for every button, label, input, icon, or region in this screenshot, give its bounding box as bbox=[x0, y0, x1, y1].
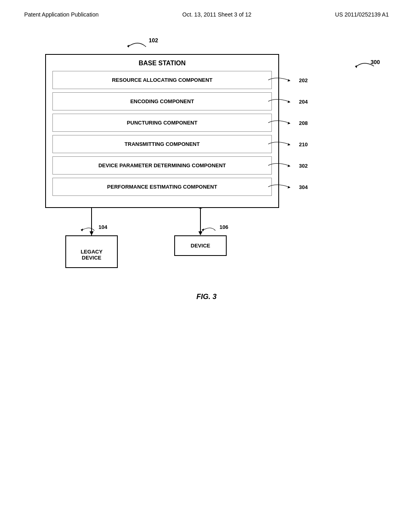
ref-202: 202 bbox=[275, 77, 308, 83]
svg-marker-12 bbox=[198, 208, 202, 209]
ref-304: 304 bbox=[275, 184, 308, 190]
ref-300: 300 bbox=[371, 59, 380, 65]
component-208: PUNCTURING COMPONENT 208 bbox=[52, 114, 272, 132]
base-station-box: BASE STATION RESOURCE ALLOCATING COMPONE… bbox=[45, 54, 279, 208]
components-container: RESOURCE ALLOCATING COMPONENT 202 ENCODI… bbox=[52, 71, 272, 196]
device-container: 106 DEVICE bbox=[174, 235, 227, 256]
ref-208: 208 bbox=[275, 120, 308, 126]
svg-marker-5 bbox=[288, 143, 290, 146]
svg-marker-6 bbox=[288, 165, 290, 167]
header-left: Patent Application Publication bbox=[24, 11, 98, 18]
base-station-section: 102 BASE STATION RESOURCE ALLOCATING COM… bbox=[45, 54, 279, 281]
label-102-group: 102 bbox=[122, 35, 154, 49]
ref-302: 302 bbox=[275, 162, 308, 168]
ref-104: 104 bbox=[98, 224, 107, 230]
ref-210: 210 bbox=[275, 141, 308, 147]
svg-marker-3 bbox=[288, 101, 290, 103]
label-106-group: 106 bbox=[198, 223, 223, 233]
component-210: TRANSMITTING COMPONENT 210 bbox=[52, 135, 272, 153]
device-box: DEVICE bbox=[174, 235, 227, 256]
svg-marker-2 bbox=[288, 79, 290, 82]
label-104-group: 104 bbox=[77, 223, 102, 233]
legacy-device-container: 104 LEGACY DEVICE bbox=[65, 235, 118, 268]
ref-204: 204 bbox=[275, 98, 308, 104]
bottom-section: 104 LEGACY DEVICE 106 DEVICE bbox=[45, 208, 279, 281]
page-header: Patent Application Publication Oct. 13, … bbox=[0, 0, 413, 18]
figure-caption: FIG. 3 bbox=[0, 293, 413, 301]
svg-marker-0 bbox=[355, 65, 357, 68]
label-300-group: 300 bbox=[352, 58, 380, 70]
svg-marker-4 bbox=[288, 122, 290, 125]
base-station-title: BASE STATION bbox=[52, 60, 272, 67]
header-center: Oct. 13, 2011 Sheet 3 of 12 bbox=[182, 11, 251, 18]
svg-marker-7 bbox=[288, 186, 290, 189]
ref-102: 102 bbox=[149, 37, 158, 44]
component-304: PERFORMANCE ESTIMATING COMPONENT 304 bbox=[52, 178, 272, 196]
ref-106: 106 bbox=[219, 224, 228, 230]
diagram-area: 300 102 BASE STATION RESOURCE ALLOCATING… bbox=[25, 54, 388, 281]
component-202: RESOURCE ALLOCATING COMPONENT 202 bbox=[52, 71, 272, 89]
component-204: ENCODING COMPONENT 204 bbox=[52, 92, 272, 110]
header-right: US 2011/0252139 A1 bbox=[335, 11, 389, 18]
legacy-device-box: LEGACY DEVICE bbox=[65, 235, 118, 268]
component-302: DEVICE PARAMETER DETERMINING COMPONENT 3… bbox=[52, 156, 272, 175]
